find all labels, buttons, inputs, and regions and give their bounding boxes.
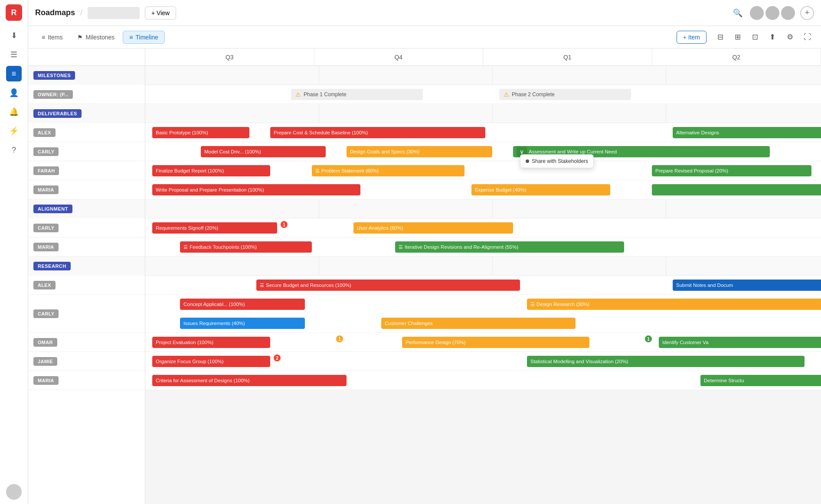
bar-submit-notes[interactable]: Submit Notes and Docum (673, 280, 821, 291)
topbar: Roadmaps / + View 🔍 + (28, 0, 821, 26)
bar-revised-proposal[interactable]: Prepare Revised Proposal (20%) (652, 165, 811, 176)
bar-label: Finalize Budget Report (100%) (156, 168, 224, 173)
bar-label: Submit Notes and Docum (676, 283, 733, 288)
bar-requirements-signoff[interactable]: Requirements Signoff (20%) (152, 222, 277, 234)
owner-row-maria-del: MARIA (28, 180, 145, 199)
toolbar-icons: ⊟ ⊞ ⊡ ⬆ ⚙ ⛶ (713, 30, 814, 44)
timeline-rows: ⚠ Phase 1 Complete ⚠ Phase 2 Complete Ba… (145, 66, 821, 390)
group-alignment: ALIGNMENT (28, 199, 145, 218)
bar-statistical[interactable]: Statistical Modelling and Visualization … (527, 356, 805, 367)
bar-expense-budget[interactable]: Expense Budget (40%) (471, 184, 610, 195)
bar-problem-statement[interactable]: ☰ Problem Statement (60%) (312, 165, 464, 176)
bar-finalize-budget[interactable]: Finalize Budget Report (100%) (152, 165, 270, 176)
bar-icon: ☰ (260, 283, 264, 288)
sidebar: R ⬇ ☰ ≡ 👤 🔔 ⚡ ? (0, 0, 28, 504)
bar-identify-customer[interactable]: Identify Customer Va (659, 337, 821, 348)
tl-group-alignment (145, 199, 821, 218)
owner-row-carly-al: CARLY (28, 218, 145, 237)
tl-row-carly-res: Concept Applicabl... (100%) ☰ Design Res… (145, 295, 821, 333)
bar-concept[interactable]: Concept Applicabl... (100%) (180, 299, 305, 310)
notif-badge-omar-2: 1 (645, 335, 652, 342)
quarter-header: Q3 Q4 Q1 Q2 (145, 49, 821, 66)
add-user-button[interactable]: + (800, 6, 814, 20)
bar-design-goals[interactable]: Design Goals and Specs (30%) (347, 146, 492, 157)
owner-label-maria-del: MARIA (33, 185, 59, 194)
tooltip-item: Share with Stakeholders (526, 158, 588, 164)
bar-label: Concept Applicabl... (100%) (183, 302, 245, 307)
user-avatar-1[interactable] (750, 6, 764, 20)
bar-maria-green[interactable] (652, 184, 821, 195)
milestone-phase2[interactable]: ⚠ Phase 2 Complete (499, 89, 631, 100)
bar-design-research[interactable]: ☰ Design Research (30%) (527, 299, 821, 310)
labels-panel: MILESTONES OWNER: (P... DELIVERABLES ALE… (28, 49, 145, 504)
sidebar-icon-roadmap[interactable]: ≡ (6, 66, 22, 81)
sidebar-icon-download[interactable]: ⬇ (6, 28, 22, 43)
columns-icon[interactable]: ⊡ (748, 30, 762, 44)
owner-label-carly-al: CARLY (33, 224, 59, 232)
quarter-q2: Q2 (652, 49, 821, 65)
group-icon[interactable]: ⊞ (731, 30, 745, 44)
user-avatar-2[interactable] (765, 6, 779, 20)
bar-write-proposal[interactable]: Write Proposal and Prepare Presentation … (152, 184, 360, 195)
export-icon[interactable]: ⬆ (765, 30, 779, 44)
bar-model-cost[interactable]: Model Cost Driv... (100%) (201, 146, 326, 157)
timeline-scroll[interactable]: Q3 Q4 Q1 Q2 ⚠ Phase 1 Complete (145, 49, 821, 504)
tl-group-research (145, 257, 821, 276)
app-logo[interactable]: R (6, 4, 22, 21)
bar-label: Criteria for Assessment of Designs (100%… (156, 378, 250, 383)
bar-feedback[interactable]: ☰ Feedback Touchpoints (100%) (180, 241, 312, 253)
owner-row-omar: OMAR (28, 333, 145, 352)
bar-criteria[interactable]: Criteria for Assessment of Designs (100%… (152, 375, 347, 386)
tabs-bar: ≡ Items ⚑ Milestones ≡ Timeline + Item ⊟… (28, 26, 821, 49)
owner-label-carly-del: CARLY (33, 147, 59, 156)
bar-project-eval[interactable]: Project Evaluation (100%) (152, 337, 270, 348)
sidebar-icon-bell[interactable]: 🔔 (6, 104, 22, 120)
bar-cost-baseline[interactable]: Prepare Cost & Schedule Baseline (100%) (270, 127, 485, 138)
bar-issues-req[interactable]: Issues Requirements (40%) (180, 318, 305, 329)
filter-icon[interactable]: ⊟ (713, 30, 727, 44)
bar-label: Feedback Touchpoints (100%) (190, 244, 257, 250)
notif-badge-omar-1: 1 (336, 335, 343, 342)
breadcrumb[interactable] (88, 7, 140, 19)
tab-items[interactable]: ≡ Items (35, 31, 69, 44)
bar-label: Prepare Cost & Schedule Baseline (100%) (274, 130, 368, 135)
labels-header (28, 49, 145, 66)
tab-timeline[interactable]: ≡ Timeline (123, 31, 165, 44)
bar-customer-challenges[interactable]: Customer Challenges (381, 318, 576, 329)
bar-determine[interactable]: Determine Structu (700, 375, 821, 386)
tl-row-maria-res: Criteria for Assessment of Designs (100%… (145, 371, 821, 390)
bar-label: Iterative Design Revisions and Re-Alignm… (405, 244, 518, 250)
bar-label: Project Evaluation (100%) (156, 340, 213, 345)
bar-iterative[interactable]: ☰ Iterative Design Revisions and Re-Alig… (395, 241, 624, 253)
owner-row-maria-res: MARIA (28, 371, 145, 390)
tl-row-jamie: Organize Focus Group (100%) 2 Statistica… (145, 352, 821, 371)
tab-items-label: Items (48, 34, 62, 41)
view-button[interactable]: + View (145, 7, 176, 20)
sidebar-icon-users[interactable]: 👤 (6, 85, 22, 101)
bar-performance[interactable]: Performance Design (70%) (402, 337, 589, 348)
tl-row-milestones-owner: ⚠ Phase 1 Complete ⚠ Phase 2 Complete (145, 85, 821, 104)
notif-badge-1: 1 (281, 221, 288, 228)
bar-label: Performance Design (70%) (406, 340, 466, 345)
bar-user-analytics[interactable]: User Analytics (80%) (353, 222, 513, 234)
add-item-button[interactable]: + Item (677, 31, 707, 44)
sidebar-icon-flash[interactable]: ⚡ (6, 123, 22, 139)
user-avatar[interactable] (6, 484, 22, 500)
settings-icon[interactable]: ⚙ (783, 30, 797, 44)
bar-alt-designs[interactable]: Alternative Designs (673, 127, 821, 138)
search-icon[interactable]: 🔍 (731, 6, 745, 20)
bar-basic-prototype[interactable]: Basic Prototype (100%) (152, 127, 249, 138)
bar-label: Write Proposal and Prepare Presentation … (156, 187, 264, 192)
user-avatar-3[interactable] (781, 6, 795, 20)
sidebar-icon-list[interactable]: ☰ (6, 47, 22, 62)
milestone-phase1[interactable]: ⚠ Phase 1 Complete (291, 89, 423, 100)
owner-label-omar: OMAR (33, 338, 57, 347)
bar-label: Expense Budget (40%) (475, 187, 526, 192)
bar-secure-budget[interactable]: ☰ Secure Budget and Resources (100%) (256, 280, 520, 291)
bar-focus-group[interactable]: Organize Focus Group (100%) (152, 356, 270, 367)
owner-row-maria-al: MARIA (28, 237, 145, 257)
tab-milestones[interactable]: ⚑ Milestones (71, 31, 121, 44)
milestone-phase1-label: Phase 1 Complete (304, 91, 347, 98)
sidebar-icon-help[interactable]: ? (6, 142, 22, 158)
expand-icon[interactable]: ⛶ (800, 30, 814, 44)
